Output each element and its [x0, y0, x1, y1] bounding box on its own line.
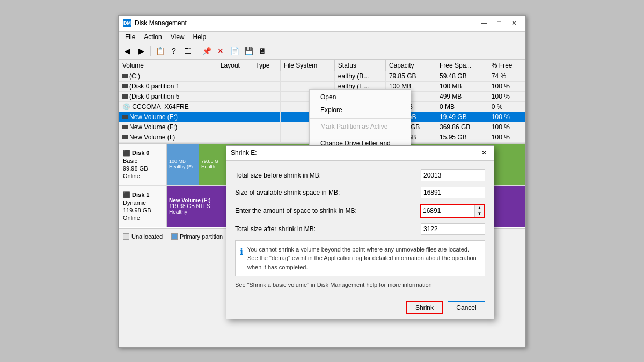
col-pct[interactable]: % Free: [488, 60, 525, 71]
col-volume[interactable]: Volume: [119, 60, 217, 71]
dialog-label-2: Size of available shrink space in MB:: [235, 189, 421, 196]
table-cell: [252, 132, 280, 142]
table-cell: (C:): [119, 71, 217, 81]
help-button[interactable]: ?: [167, 45, 180, 57]
table-cell: 499 MB: [436, 91, 488, 101]
col-capacity[interactable]: Capacity: [385, 60, 436, 71]
menu-action[interactable]: Action: [140, 32, 166, 42]
dialog-label-1: Total size before shrink in MB:: [235, 172, 421, 179]
table-cell: New Volume (E:): [119, 112, 217, 122]
menu-help[interactable]: Help: [189, 32, 211, 42]
table-cell: 100 %: [488, 81, 525, 91]
table-cell: 100 %: [488, 91, 525, 101]
shrink-amount-input[interactable]: [421, 205, 474, 217]
volume-icon: [122, 123, 129, 131]
table-cell: 15.95 GB: [436, 132, 488, 142]
save-button[interactable]: 💾: [242, 45, 255, 57]
dialog-row-2: Size of available shrink space in MB: 16…: [235, 187, 485, 198]
col-free[interactable]: Free Spa...: [436, 60, 488, 71]
dialog-value-2: 16891: [421, 187, 485, 198]
disk0-label: ⬛ Disk 0 Basic 99.98 GB Online: [119, 144, 167, 185]
col-layout[interactable]: Layout: [217, 60, 252, 71]
dialog-label-4: Total size after shrink in MB:: [235, 225, 421, 233]
shrink-button[interactable]: Shrink: [406, 301, 443, 314]
table-cell: 74 %: [488, 71, 525, 81]
window-title: Disk Management: [135, 19, 477, 27]
forward-button[interactable]: ▶: [135, 45, 148, 57]
volume-icon: 💿: [122, 103, 132, 110]
ctx-explore[interactable]: Explore: [310, 104, 411, 116]
back-button[interactable]: ◀: [121, 45, 134, 57]
dialog-row-4: Total size after shrink in MB: 3122: [235, 223, 485, 235]
table-cell: New Volume (I:): [119, 132, 217, 142]
table-cell: [252, 81, 280, 91]
disk1-label: ⬛ Disk 1 Dynamic 119.98 GB Online: [119, 186, 167, 227]
toolbar: ◀ ▶ 📋 ? 🗔 📌 ✕ 📄 💾 🖥: [119, 43, 525, 60]
minimize-button[interactable]: —: [477, 18, 491, 28]
table-cell: 100 MB: [436, 81, 488, 91]
disk0-part1[interactable]: 100 MB Healthy (Ei: [167, 144, 199, 185]
col-status[interactable]: Status: [334, 60, 385, 71]
menu-bar: File Action View Help: [119, 32, 525, 43]
table-cell: [217, 122, 252, 132]
window-icon: DM: [123, 19, 131, 27]
delete-button[interactable]: ✕: [214, 45, 227, 57]
maximize-button[interactable]: □: [492, 18, 506, 28]
dialog-input-wrap: ▲ ▼: [420, 204, 485, 218]
table-cell: 79.85 GB: [385, 71, 436, 81]
legend-unallocated: Unallocated: [123, 233, 163, 240]
dialog-body: Total size before shrink in MB: 20013 Si…: [226, 161, 494, 297]
table-cell: [217, 91, 252, 101]
info-icon: ℹ: [240, 246, 243, 258]
content-area: Volume Layout Type File System Status Ca…: [119, 60, 525, 347]
table-cell: [217, 71, 252, 81]
title-bar: DM Disk Management — □ ✕: [119, 16, 525, 32]
dialog-value-1: 20013: [421, 169, 485, 181]
table-cell: 0 %: [488, 101, 525, 112]
spin-up-button[interactable]: ▲: [475, 205, 484, 211]
dialog-close-button[interactable]: ✕: [479, 148, 489, 158]
table-cell: [217, 81, 252, 91]
legend-primary: Primary partition: [171, 233, 223, 240]
dialog-label-3: Enter the amount of space to shrink in M…: [235, 207, 420, 215]
table-cell: 19.49 GB: [436, 112, 488, 122]
ctx-open[interactable]: Open: [310, 91, 411, 104]
table-cell: 💿 CCCOMA_X64FRE: [119, 101, 217, 112]
menu-file[interactable]: File: [121, 32, 140, 42]
cancel-button[interactable]: Cancel: [448, 301, 485, 314]
properties-button[interactable]: 📋: [153, 45, 166, 57]
table-cell: New Volume (F:): [119, 122, 217, 132]
table-cell: 100 %: [488, 132, 525, 142]
table-cell: 0 MB: [436, 101, 488, 112]
table-cell: [252, 91, 280, 101]
table-cell: (Disk 0 partition 1: [119, 81, 217, 91]
table-cell: 369.86 GB: [436, 122, 488, 132]
toolbar-separator-2: [197, 46, 197, 56]
volume-icon: [122, 93, 129, 100]
close-button[interactable]: ✕: [507, 18, 521, 28]
table-cell: [280, 71, 334, 81]
col-fs[interactable]: File System: [280, 60, 334, 71]
ctx-mark-active: Mark Partition as Active: [310, 120, 411, 133]
volume-icon: [122, 134, 129, 141]
legend-unallocated-label: Unallocated: [131, 233, 163, 240]
table-cell: [217, 112, 252, 122]
dialog-title: Shrink E:: [231, 149, 479, 157]
help-text: See "Shrink a basic volume" in Disk Mana…: [235, 282, 485, 288]
dialog-row-1: Total size before shrink in MB: 20013: [235, 169, 485, 181]
pin-button[interactable]: 📌: [200, 45, 213, 57]
legend-primary-box: [171, 233, 178, 240]
table-cell: [217, 132, 252, 142]
new-button[interactable]: 📄: [228, 45, 241, 57]
table-cell: [252, 101, 280, 112]
col-type[interactable]: Type: [252, 60, 280, 71]
legend-unallocated-box: [123, 233, 129, 240]
spin-down-button[interactable]: ▼: [475, 211, 484, 217]
menu-view[interactable]: View: [166, 32, 189, 42]
resize-button[interactable]: 🗔: [181, 45, 194, 57]
shrink-dialog: Shrink E: ✕ Total size before shrink in …: [226, 145, 494, 320]
table-row[interactable]: (C:)ealthy (B...79.85 GB59.48 GB74 %: [119, 71, 525, 81]
table-cell: (Disk 0 partition 5: [119, 91, 217, 101]
display-button[interactable]: 🖥: [256, 45, 269, 57]
table-cell: ealthy (B...: [334, 71, 385, 81]
